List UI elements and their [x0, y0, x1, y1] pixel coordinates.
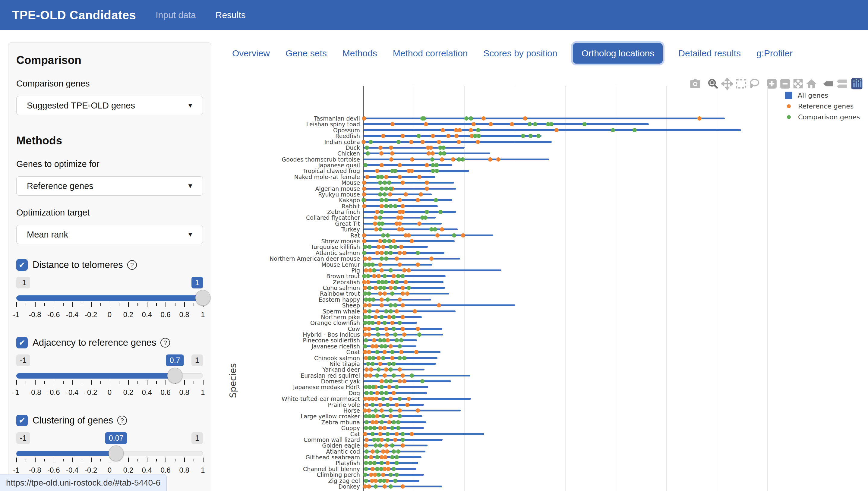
comparison-gene-dot — [381, 397, 385, 401]
comparison-gene-dot — [398, 321, 402, 325]
reference-gene-dot — [365, 403, 369, 407]
comparison-gene-dot — [395, 472, 399, 477]
reference-gene-dot — [385, 450, 389, 454]
comparison-gene-dot — [366, 274, 370, 278]
reference-gene-dot — [421, 140, 425, 144]
slider-handle[interactable] — [167, 368, 182, 383]
reference-gene-dot — [457, 140, 461, 144]
comparison-gene-dot — [392, 467, 396, 471]
comparison-gene-dot — [363, 262, 367, 267]
comparison-gene-dot — [402, 356, 406, 360]
comparison-gene-dot — [378, 286, 382, 290]
comparison-gene-dot — [384, 251, 388, 255]
comparison-gene-dot — [521, 134, 525, 138]
comparison-gene-dot — [371, 385, 375, 389]
reference-gene-dot — [461, 233, 465, 237]
reference-gene-dot — [390, 151, 394, 155]
comparison-gene-dot — [393, 245, 397, 249]
comparison-gene-dot — [420, 379, 425, 383]
comparison-gene-dot — [386, 438, 390, 442]
comparison-gene-dot — [390, 455, 394, 459]
comparison-gene-dot — [380, 257, 384, 261]
reference-gene-dot — [365, 175, 369, 179]
reference-gene-dot — [402, 268, 406, 272]
comparison-gene-dot — [528, 134, 533, 138]
comparison-gene-dot — [396, 420, 400, 424]
chromosome-line — [364, 339, 417, 341]
comparison-gene-dot — [374, 484, 378, 489]
reference-gene-dot — [437, 303, 441, 308]
reference-gene-dot — [388, 414, 393, 418]
reference-gene-dot — [395, 403, 399, 407]
chromosome-line — [364, 398, 471, 400]
reference-gene-dot — [523, 116, 527, 121]
reference-gene-dot — [367, 327, 371, 331]
reference-gene-dot — [405, 291, 409, 296]
x-gridline — [515, 86, 515, 491]
comparison-gene-dot — [537, 134, 541, 138]
comparison-gene-dot — [388, 204, 393, 208]
comparison-gene-dot — [380, 315, 384, 319]
reference-gene-dot — [375, 391, 379, 395]
reference-gene-dot — [377, 356, 381, 360]
reference-gene-dot — [386, 461, 390, 465]
reference-gene-dot — [380, 268, 384, 272]
slider-handle[interactable] — [109, 445, 124, 461]
comparison-gene-dot — [368, 309, 372, 314]
comparison-gene-dot — [417, 333, 422, 337]
comparison-gene-dot — [383, 344, 387, 348]
reference-gene-dot — [379, 151, 383, 155]
comparison-gene-dot — [393, 286, 397, 290]
reference-gene-dot — [401, 286, 405, 290]
comparison-gene-dot — [384, 186, 388, 191]
comparison-gene-dot — [375, 350, 379, 354]
comparison-gene-dot — [371, 403, 375, 407]
comparison-gene-dot — [392, 327, 396, 331]
reference-gene-dot — [371, 450, 375, 454]
slider-value-badge: 1 — [192, 277, 203, 288]
comparison-gene-dot — [375, 467, 379, 471]
reference-gene-dot — [398, 163, 402, 167]
comparison-gene-dot — [395, 461, 399, 465]
comparison-gene-dot — [374, 408, 378, 413]
reference-gene-dot — [387, 315, 391, 319]
comparison-gene-dot — [384, 204, 388, 208]
comparison-gene-dot — [369, 391, 373, 395]
reference-gene-dot — [362, 180, 366, 185]
reference-gene-dot — [407, 397, 411, 401]
reference-gene-dot — [362, 280, 366, 284]
comparison-gene-dot — [393, 303, 397, 308]
comparison-gene-dot — [397, 140, 401, 144]
comparison-gene-dot — [375, 327, 379, 331]
comparison-gene-dot — [364, 455, 368, 459]
comparison-gene-dot — [401, 274, 405, 278]
comparison-gene-dot — [417, 134, 421, 138]
comparison-gene-dot — [396, 450, 400, 454]
comparison-gene-dot — [383, 321, 387, 325]
reference-gene-dot — [380, 379, 384, 383]
chromosome-line — [364, 410, 461, 411]
comparison-gene-dot — [378, 443, 382, 447]
reference-gene-dot — [416, 198, 420, 202]
comparison-gene-dot — [365, 420, 369, 424]
reference-gene-dot — [482, 116, 486, 121]
comparison-gene-dot — [380, 198, 384, 202]
comparison-gene-dot — [461, 157, 465, 162]
reference-gene-dot — [425, 180, 429, 185]
comparison-gene-dot — [380, 461, 384, 465]
comparison-gene-dot — [378, 215, 382, 220]
chromosome-line — [364, 258, 460, 260]
reference-gene-dot — [429, 146, 433, 150]
comparison-gene-dot — [433, 227, 437, 231]
reference-gene-dot — [367, 408, 371, 413]
slider-handle[interactable] — [195, 290, 210, 306]
reference-gene-dot — [380, 408, 384, 413]
comparison-gene-dot — [379, 467, 383, 471]
reference-gene-dot — [383, 373, 387, 378]
reference-gene-dot — [386, 467, 390, 471]
x-gridline — [616, 86, 616, 491]
reference-gene-dot — [367, 333, 371, 337]
reference-gene-dot — [399, 245, 403, 249]
status-url: https://tpe-old.uni-rostock.de/#tab-5440… — [6, 478, 161, 488]
reference-gene-dot — [372, 338, 376, 342]
